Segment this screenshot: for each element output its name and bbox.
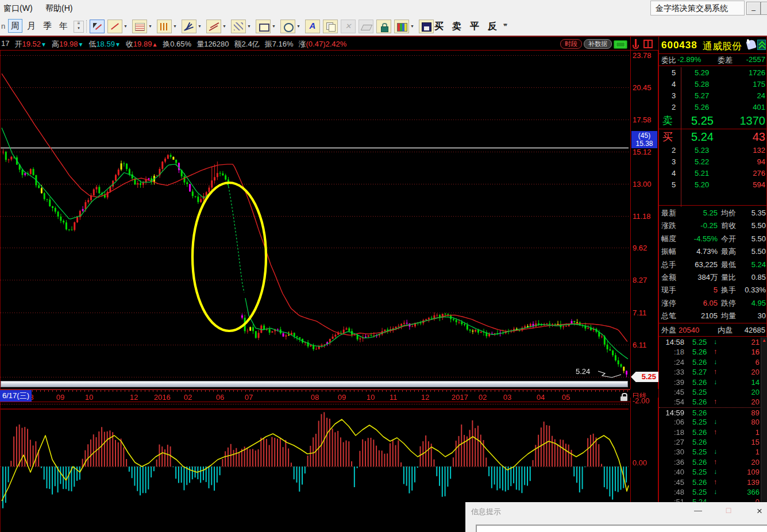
main-chart-canvas[interactable] [1,51,630,389]
tick-volume: 21 [751,337,760,347]
menu-window[interactable]: 窗口(W) [0,0,40,14]
ask-volume: 175 [753,79,765,90]
rectangle-icon[interactable] [256,20,271,33]
maximize-button[interactable] [761,2,767,15]
dropdown-arrow-icon[interactable]: ▼ [124,24,128,28]
hatch-lines-glyph [234,22,243,30]
period-button-季[interactable]: 季 [40,19,55,33]
collapse-up-button[interactable] [757,40,766,50]
bid-price: 5.22 [695,156,709,168]
tick-row[interactable]: :335.27↑20 [659,367,767,377]
chip-icon[interactable] [614,40,627,49]
dropdown-arrow-icon[interactable]: ▼ [198,24,202,28]
dialog-minimize-button[interactable]: — [692,506,704,515]
tick-row[interactable]: :455.26↑139 [659,477,767,487]
tick-row[interactable]: :545.26↑20 [659,397,767,407]
stat-label: 量比 [721,271,736,284]
dropdown-arrow-icon[interactable]: ▼ [173,24,177,28]
sell-level-row[interactable]: 35.2724 [659,90,767,102]
period-button-月[interactable]: 月 [24,19,38,33]
tick-row[interactable]: :365.26↑20 [659,457,767,467]
hand-cursor-icon[interactable] [746,39,756,49]
date-label: 02 [479,393,487,402]
buy-level-row[interactable]: 35.2294 [659,156,767,168]
dropdown-arrow-icon[interactable]: ▼ [410,24,414,28]
sell-1-row[interactable]: 卖5.251370 [659,113,767,128]
buy-level-row[interactable]: 25.23132 [659,145,767,156]
minimize-button[interactable]: _ [746,2,761,15]
sell-level-row[interactable]: 55.291726 [659,67,767,79]
date-label: 07 [245,393,253,402]
stat-value: 63,225 [681,259,718,271]
trend-line-icon[interactable] [107,20,122,33]
channel-lines-icon[interactable] [206,20,221,33]
tick-row[interactable]: 14:585.25↓21 [659,337,767,347]
lock-edit-icon[interactable] [376,20,391,33]
eraser-icon[interactable] [359,20,373,33]
tick-row[interactable]: :275.2615 [659,437,767,447]
toolbar-overflow-button[interactable]: ▾▾ [503,22,506,28]
indicator-axis-label: -2.00 [633,396,650,405]
text-icon[interactable]: A [305,20,320,33]
price-axis-label: 7.11 [633,309,646,317]
tick-row[interactable]: :185.26↑16 [659,347,767,357]
lock-icon[interactable] [620,393,628,401]
tick-row[interactable]: 14:595.2689 [659,407,767,418]
period-button-年[interactable]: 年 [56,19,71,33]
stock-code[interactable]: 600438 [661,40,697,51]
fill-data-button[interactable]: 补数据 [584,39,612,49]
palette-icon[interactable] [394,20,409,33]
copy-icon[interactable] [323,20,338,33]
split-window-icon[interactable] [643,40,653,48]
dropdown-arrow-icon[interactable]: ▼ [222,24,226,28]
vertical-lines-icon[interactable] [157,20,172,33]
tick-row[interactable]: :485.25↓366 [659,487,767,497]
trade-button-卖[interactable]: 卖 [449,19,465,33]
tick-row[interactable]: :065.25↓80 [659,417,767,427]
ellipse-icon[interactable] [280,20,295,33]
tick-time: :54 [659,397,684,407]
buy-level-row[interactable]: 55.20594 [659,179,767,191]
anchor-icon[interactable] [632,39,639,49]
dropdown-arrow-icon[interactable]: ▼ [148,24,152,28]
level-number: 2 [672,145,676,156]
sell-level-row[interactable]: 25.26401 [659,102,767,113]
fan-lines-icon[interactable] [182,20,196,33]
tick-volume: 139 [747,477,760,487]
tick-row[interactable]: :245.26↓6 [659,357,767,367]
bid-volume: 94 [757,156,765,168]
dialog-close-button[interactable]: × [754,506,765,517]
note-icon[interactable] [132,20,147,33]
anchor-arc [633,45,639,49]
stock-name[interactable]: 通威股份 [703,40,742,53]
tick-volume: 366 [747,487,760,497]
menu-help[interactable]: 帮助(H) [42,0,79,14]
tick-row[interactable]: :185.26↑1 [659,427,767,437]
sell-level-row[interactable]: 45.28175 [659,79,767,90]
buy-level-row[interactable]: 45.21276 [659,168,767,179]
period-more-button[interactable]: ≡▼ [74,21,84,33]
period-button-周[interactable]: 周 [8,19,22,33]
inner-value: 42685 [745,324,765,337]
trade-button-反[interactable]: 反 [484,19,500,33]
session-button[interactable]: 时段 [560,39,582,49]
outer-inner-row: 外盘 20540 内盘 42685 [659,324,767,337]
draw-pointer-icon[interactable] [90,20,105,33]
dropdown-arrow-icon[interactable]: ▼ [272,24,276,28]
buy-1-row[interactable]: 买5.2443 [659,129,767,144]
last-price-annotation: 5.24 [576,367,590,376]
tick-row[interactable]: :305.25↓1 [659,447,767,457]
date-label: 09 [56,393,64,402]
trade-button-买[interactable]: 买 [431,19,447,33]
trade-button-平[interactable]: 平 [467,19,483,33]
tick-time: :48 [659,487,684,497]
dropdown-arrow-icon[interactable]: ▼ [296,24,300,28]
tick-row[interactable]: :455.2520 [659,387,767,397]
chart-horizontal-scrollbar[interactable] [1,381,628,387]
dropdown-arrow-icon[interactable]: ▼ [247,24,251,28]
tick-row[interactable]: :405.25↓109 [659,467,767,477]
dialog-maximize-button[interactable]: □ [723,506,734,515]
delete-icon[interactable]: ✕ [341,20,356,33]
tick-row[interactable]: :395.26↓14 [659,377,767,387]
hatch-lines-icon[interactable] [231,20,246,33]
